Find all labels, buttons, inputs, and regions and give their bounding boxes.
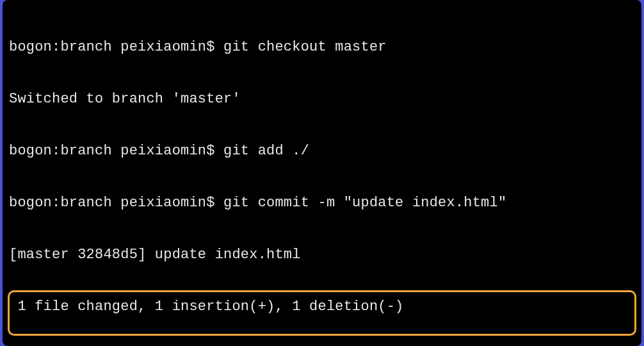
terminal-line: [master 32848d5] update index.html bbox=[9, 246, 635, 263]
terminal-line: bogon:branch peixiaomin$ git commit -m "… bbox=[9, 194, 635, 211]
terminal-line: Switched to branch 'master' bbox=[9, 90, 635, 108]
terminal-window: bogon:branch peixiaomin$ git checkout ma… bbox=[3, 0, 641, 346]
terminal-line: 1 file changed, 1 insertion(+), 1 deleti… bbox=[9, 298, 635, 315]
terminal-line: bogon:branch peixiaomin$ git checkout ma… bbox=[9, 38, 635, 56]
terminal-output[interactable]: bogon:branch peixiaomin$ git checkout ma… bbox=[3, 0, 641, 346]
terminal-line: bogon:branch peixiaomin$ git add ./ bbox=[9, 142, 635, 160]
